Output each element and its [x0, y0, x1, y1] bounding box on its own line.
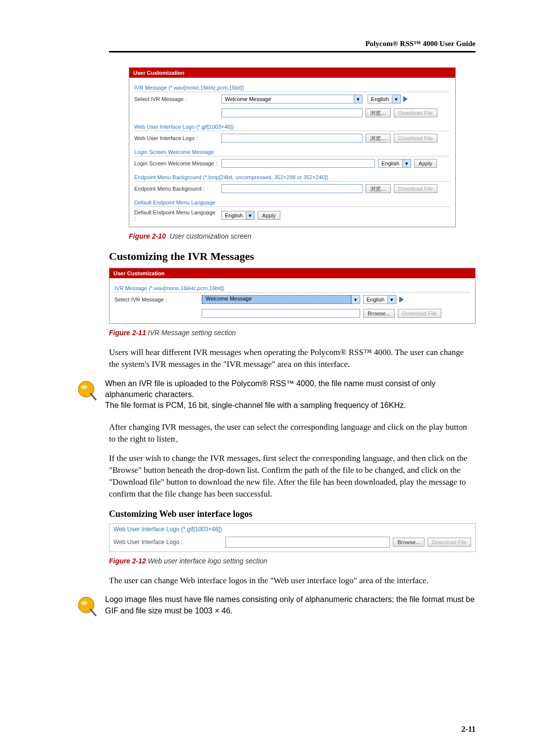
screenshot-user-customization: User Customization IVR Message (*.wav[mo…	[129, 67, 456, 227]
download-button[interactable]: Download File	[394, 184, 437, 193]
ivr-message-value: Welcome Message	[222, 96, 274, 102]
chevron-down-icon: ▾	[246, 211, 254, 219]
label-login-msg: Login Screen Welcome Message :	[134, 160, 218, 166]
browse-button[interactable]: Browse...	[393, 538, 425, 547]
label-bg: Endpoint Menu Background :	[134, 186, 218, 192]
chevron-down-icon: ▾	[387, 296, 396, 303]
browse-button[interactable]: 浏览…	[366, 134, 391, 143]
chevron-down-icon: ▾	[392, 95, 400, 103]
label-select-ivr: Select IVR Message :	[114, 297, 199, 302]
chevron-down-icon: ▾	[351, 296, 360, 303]
note-line: Logo image files must have file names co…	[105, 594, 476, 616]
figure-caption-2-11: Figure 2-11 IVR Message setting section	[109, 329, 476, 337]
panel-title: User Customization	[109, 268, 475, 278]
section-bg-label: Endpoint Menu Background (*.bmp[24bit, u…	[134, 172, 450, 182]
play-icon[interactable]	[403, 96, 408, 102]
header-rule	[109, 51, 476, 52]
page-number: 2-11	[462, 725, 476, 734]
language-select[interactable]: English ▾	[368, 95, 401, 103]
heading-customizing-ivr: Customizing the IVR Messages	[109, 250, 476, 263]
section-ivr-label: IVR Message (*.wav[mono,16kHz,pcm,16bit]…	[134, 83, 450, 92]
note-line: The file format is PCM, 16 bit, single-c…	[105, 400, 476, 411]
logo-file-input[interactable]	[221, 134, 363, 143]
paragraph: Users will hear different IVR messages w…	[109, 347, 476, 370]
login-lang-select[interactable]: English ▾	[378, 159, 411, 168]
panel-title: User Customization	[129, 68, 455, 78]
svg-point-4	[81, 601, 87, 605]
ivr-message-value: Welcome Message	[202, 295, 351, 304]
apply-button[interactable]: Apply	[258, 211, 280, 220]
download-button[interactable]: Download File	[398, 309, 441, 318]
paragraph: The user can change Web interface logos …	[109, 575, 476, 587]
ivr-message-select[interactable]: Welcome Message ▾	[221, 95, 363, 103]
figure-caption-2-12: Figure 2-12 Web user interface logo sett…	[109, 557, 476, 565]
chevron-down-icon: ▾	[354, 95, 362, 103]
figure-caption-2-10: Figure 2-10 User customization screen	[129, 232, 476, 240]
screenshot-ivr-section: User Customization IVR Message (*.wav[mo…	[109, 268, 476, 324]
download-button[interactable]: Download File	[394, 108, 437, 117]
note-line: When an IVR file is uploaded to the Poly…	[105, 378, 476, 401]
note-pin-icon	[74, 594, 98, 618]
browse-button[interactable]: 浏览…	[366, 184, 391, 193]
login-msg-input[interactable]	[221, 159, 375, 168]
note-block: Logo image files must have file names co…	[74, 594, 476, 618]
download-button[interactable]: Download File	[428, 538, 471, 547]
logo-file-input[interactable]	[225, 537, 390, 548]
screenshot-logo-section: Web User Interface Logo (*.gif[1003×46])…	[109, 523, 476, 552]
download-button[interactable]: Download File	[394, 134, 437, 143]
section-lang-label: Default Endpoint Menu Language	[134, 198, 450, 207]
section-logo-label: Web User Interface Logo (*.gif[1003×46])	[134, 122, 450, 131]
svg-point-1	[81, 385, 87, 389]
note-block: When an IVR file is uploaded to the Poly…	[74, 378, 476, 411]
svg-line-2	[90, 393, 96, 400]
section-login-label: Login Screen Welcome Message	[134, 147, 450, 156]
ivr-file-input[interactable]	[221, 108, 363, 117]
svg-line-5	[90, 609, 96, 616]
default-lang-select[interactable]: English ▾	[221, 211, 255, 220]
ivr-message-select[interactable]: Welcome Message ▾	[202, 295, 360, 304]
browse-button[interactable]: 浏览…	[366, 108, 391, 117]
label-logo: Web User Interface Logo :	[134, 135, 218, 141]
language-value: English	[368, 96, 392, 102]
section-ivr-label: IVR Message (*.wav[mono,16kHz,pcm,16bit]…	[114, 283, 470, 293]
heading-customizing-logos: Customizing Web user interface logos	[109, 509, 476, 519]
chevron-down-icon: ▾	[402, 159, 411, 167]
ivr-file-input[interactable]	[202, 309, 360, 318]
language-select[interactable]: English ▾	[363, 295, 396, 304]
label-logo: Web User Interface Logo :	[113, 539, 222, 546]
paragraph: If the user wish to change the IVR messa…	[109, 453, 476, 500]
note-pin-icon	[74, 378, 98, 402]
apply-button[interactable]: Apply	[414, 159, 437, 168]
label-select-ivr: Select IVR Message :	[134, 96, 218, 102]
browse-button[interactable]: Browse...	[363, 309, 395, 318]
label-default-lang: Default Endpoint Menu Language :	[134, 209, 218, 221]
page-header: Polycom® RSS™ 4000 User Guide	[109, 40, 476, 48]
paragraph: After changing IVR messages, the user ca…	[109, 421, 476, 445]
play-icon[interactable]	[399, 297, 404, 302]
logo-section-label: Web User Interface Logo (*.gif[1003×46])	[109, 524, 475, 535]
bg-file-input[interactable]	[221, 184, 363, 193]
